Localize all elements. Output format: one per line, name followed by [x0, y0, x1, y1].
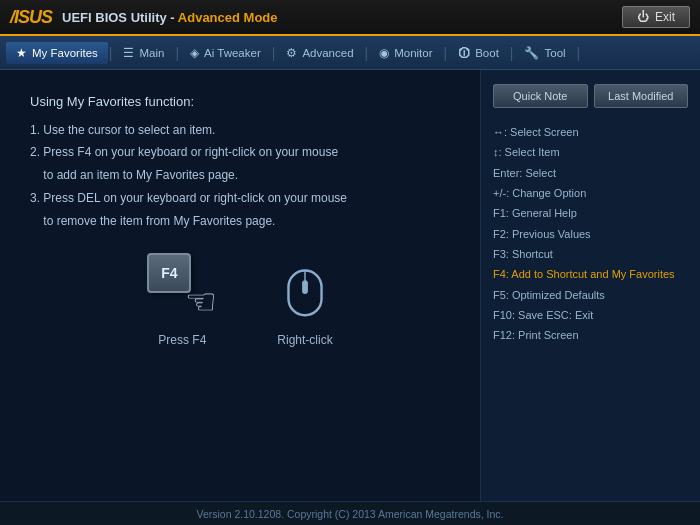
shortcut-f1: F1: General Help [493, 203, 688, 223]
main-content: Using My Favorites function: 1. Use the … [0, 70, 700, 501]
nav-sep-7: | [577, 45, 581, 61]
nav-label-boot: Boot [475, 47, 499, 59]
instruction-1: 1. Use the cursor to select an item. [30, 119, 450, 142]
left-panel: Using My Favorites function: 1. Use the … [0, 70, 480, 501]
ai-tweaker-icon: ◈ [190, 46, 199, 60]
nav-item-advanced[interactable]: ⚙ Advanced [276, 42, 363, 64]
instructions-title: Using My Favorites function: [30, 90, 450, 115]
nav-item-favorites[interactable]: ★ My Favorites [6, 42, 108, 64]
hand-icon: ☞ [185, 281, 217, 323]
f4-icon-item: F4 ☞ Press F4 [147, 253, 217, 347]
right-panel: Quick Note Last Modified ↔: Select Scree… [480, 70, 700, 501]
nav-label-monitor: Monitor [394, 47, 432, 59]
mouse-icon-item: Right-click [277, 253, 332, 347]
f4-label: Press F4 [158, 333, 206, 347]
header-left: /ISUS UEFI BIOS Utility - Advanced Mode [10, 7, 278, 28]
shortcut-f2: F2: Previous Values [493, 224, 688, 244]
nav-label-ai-tweaker: Ai Tweaker [204, 47, 261, 59]
shortcuts: ↔: Select Screen ↕: Select Item Enter: S… [493, 122, 688, 346]
shortcut-enter: Enter: Select [493, 163, 688, 183]
exit-label: Exit [655, 10, 675, 24]
bios-title: UEFI BIOS Utility - Advanced Mode [62, 10, 278, 25]
header: /ISUS UEFI BIOS Utility - Advanced Mode … [0, 0, 700, 36]
advanced-icon: ⚙ [286, 46, 297, 60]
nav-item-ai-tweaker[interactable]: ◈ Ai Tweaker [180, 42, 271, 64]
mode-label: Advanced Mode [178, 10, 278, 25]
quick-note-button[interactable]: Quick Note [493, 84, 588, 108]
shortcut-change-option: +/-: Change Option [493, 183, 688, 203]
boot-icon: ⏼ [458, 46, 470, 60]
icons-row: F4 ☞ Press F4 Right-click [30, 253, 450, 347]
navbar: ★ My Favorites | ☰ Main | ◈ Ai Tweaker |… [0, 36, 700, 70]
main-icon: ☰ [123, 46, 134, 60]
instruction-3: 3. Press DEL on your keyboard or right-c… [30, 187, 450, 233]
nav-item-monitor[interactable]: ◉ Monitor [369, 42, 442, 64]
nav-sep-2: | [175, 45, 179, 61]
nav-item-tool[interactable]: 🔧 Tool [514, 42, 575, 64]
tool-icon: 🔧 [524, 46, 539, 60]
nav-sep-1: | [109, 45, 113, 61]
exit-icon: ⏻ [637, 10, 649, 24]
footer-text: Version 2.10.1208. Copyright (C) 2013 Am… [196, 508, 503, 520]
nav-sep-5: | [444, 45, 448, 61]
shortcut-f12: F12: Print Screen [493, 325, 688, 345]
monitor-icon: ◉ [379, 46, 389, 60]
nav-label-favorites: My Favorites [32, 47, 98, 59]
nav-sep-4: | [365, 45, 369, 61]
f4-container: F4 ☞ [147, 253, 217, 323]
asus-logo: /ISUS [10, 7, 52, 28]
instruction-2: 2. Press F4 on your keyboard or right-cl… [30, 141, 450, 187]
nav-sep-3: | [272, 45, 276, 61]
nav-label-advanced: Advanced [302, 47, 353, 59]
last-modified-button[interactable]: Last Modified [594, 84, 689, 108]
rightclick-label: Right-click [277, 333, 332, 347]
shortcut-f3: F3: Shortcut [493, 244, 688, 264]
favorites-icon: ★ [16, 46, 27, 60]
mouse-svg [280, 253, 330, 323]
btn-row: Quick Note Last Modified [493, 84, 688, 108]
nav-label-main: Main [139, 47, 164, 59]
shortcut-key: ↔: Select Screen [493, 126, 579, 138]
shortcut-select-screen: ↔: Select Screen [493, 122, 688, 142]
instructions: Using My Favorites function: 1. Use the … [30, 90, 450, 233]
nav-item-boot[interactable]: ⏼ Boot [448, 42, 509, 64]
shortcut-f10: F10: Save ESC: Exit [493, 305, 688, 325]
nav-item-main[interactable]: ☰ Main [113, 42, 174, 64]
shortcut-f4: F4: Add to Shortcut and My Favorites [493, 264, 688, 284]
nav-label-tool: Tool [544, 47, 565, 59]
nav-sep-6: | [510, 45, 514, 61]
shortcut-select-item: ↕: Select Item [493, 142, 688, 162]
exit-button[interactable]: ⏻ Exit [622, 6, 690, 28]
shortcut-f5: F5: Optimized Defaults [493, 285, 688, 305]
footer: Version 2.10.1208. Copyright (C) 2013 Am… [0, 501, 700, 525]
